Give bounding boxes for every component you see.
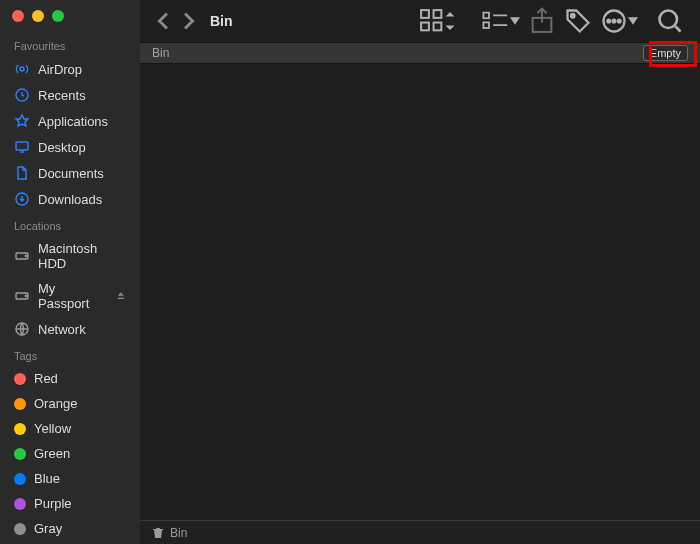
svg-rect-13 [483,13,489,19]
fullscreen-window-button[interactable] [52,10,64,22]
sidebar-item-recents[interactable]: Recents [0,82,140,108]
sidebar-item-label: Recents [38,88,86,103]
svg-point-20 [618,20,621,23]
sidebar-item-label: Network [38,322,86,337]
tag-dot-icon [14,498,26,510]
svg-point-16 [571,14,575,18]
sidebar-item-downloads[interactable]: Downloads [0,186,140,212]
sidebar-item-label: AirDrop [38,62,82,77]
sidebar-section-favourites: Favourites [0,32,140,56]
tag-dot-icon [14,448,26,460]
path-bar: Bin [140,520,700,544]
window-title: Bin [210,13,233,29]
close-window-button[interactable] [12,10,24,22]
traffic-lights [0,0,140,32]
sidebar-tag-orange[interactable]: Orange [0,391,140,416]
group-by-chevron-icon[interactable] [510,7,520,35]
sidebar-item-network[interactable]: Network [0,316,140,342]
sidebar-item-label: Yellow [34,421,71,436]
svg-rect-11 [421,23,429,31]
group-by-button[interactable] [482,7,510,35]
svg-rect-10 [434,10,442,18]
sidebar-item-applications[interactable]: Applications [0,108,140,134]
sidebar-item-label: Blue [34,471,60,486]
folder-name-label: Bin [152,46,169,60]
sidebar-item-desktop[interactable]: Desktop [0,134,140,160]
svg-point-21 [660,11,678,29]
nav-back-button[interactable] [152,9,176,33]
harddrive-icon [14,248,30,264]
share-button[interactable] [528,7,556,35]
sidebar-section-locations: Locations [0,212,140,236]
svg-rect-12 [434,23,442,31]
svg-rect-9 [421,10,429,18]
sidebar-tag-blue[interactable]: Blue [0,466,140,491]
file-list-empty [140,64,700,520]
sidebar-section-tags: Tags [0,342,140,366]
tags-button[interactable] [564,7,592,35]
path-bar-label[interactable]: Bin [170,526,187,540]
sidebar-item-label: Applications [38,114,108,129]
airdrop-icon [14,61,30,77]
svg-point-5 [25,255,26,256]
sidebar-item-label: Desktop [38,140,86,155]
sidebar-item-label: Purple [34,496,72,511]
tag-dot-icon [14,423,26,435]
svg-rect-14 [483,22,489,28]
sidebar-tag-purple[interactable]: Purple [0,491,140,516]
clock-icon [14,87,30,103]
downloads-icon [14,191,30,207]
sidebar-item-label: Green [34,446,70,461]
trash-icon [152,527,164,539]
sidebar-tag-red[interactable]: Red [0,366,140,391]
network-icon [14,321,30,337]
column-header: Bin Empty [140,42,700,64]
desktop-icon [14,139,30,155]
sidebar-tag-green[interactable]: Green [0,441,140,466]
view-mode-chevron-icon[interactable] [444,7,456,35]
sidebar-tag-yellow[interactable]: Yellow [0,416,140,441]
tag-dot-icon [14,373,26,385]
sidebar-item-label: Orange [34,396,77,411]
applications-icon [14,113,30,129]
sidebar-item-airdrop[interactable]: AirDrop [0,56,140,82]
toolbar: Bin [140,0,700,42]
eject-icon[interactable] [116,289,126,304]
search-button[interactable] [656,7,684,35]
svg-point-18 [607,20,610,23]
sidebar: Favourites AirDrop Recents Applications … [0,0,140,544]
sidebar-item-my-passport[interactable]: My Passport [0,276,140,316]
svg-point-0 [20,67,24,71]
svg-rect-2 [16,142,28,150]
svg-point-7 [25,295,26,296]
view-mode-button[interactable] [418,7,446,35]
sidebar-item-label: Red [34,371,58,386]
sidebar-item-macintosh-hdd[interactable]: Macintosh HDD [0,236,140,276]
tag-dot-icon [14,523,26,535]
tag-dot-icon [14,473,26,485]
sidebar-item-label: Gray [34,521,62,536]
sidebar-item-label: Downloads [38,192,102,207]
document-icon [14,165,30,181]
main-pane: Bin [140,0,700,544]
minimize-window-button[interactable] [32,10,44,22]
empty-trash-button[interactable]: Empty [643,45,688,61]
sidebar-item-label: Documents [38,166,104,181]
actions-button[interactable] [600,7,628,35]
actions-chevron-icon[interactable] [628,7,638,35]
finder-window: Favourites AirDrop Recents Applications … [0,0,700,544]
tag-dot-icon [14,398,26,410]
sidebar-item-label: Macintosh HDD [38,241,126,271]
external-drive-icon [14,288,30,304]
nav-forward-button[interactable] [176,9,200,33]
sidebar-tag-gray[interactable]: Gray [0,516,140,541]
svg-point-19 [613,20,616,23]
sidebar-item-label: My Passport [38,281,108,311]
sidebar-item-documents[interactable]: Documents [0,160,140,186]
